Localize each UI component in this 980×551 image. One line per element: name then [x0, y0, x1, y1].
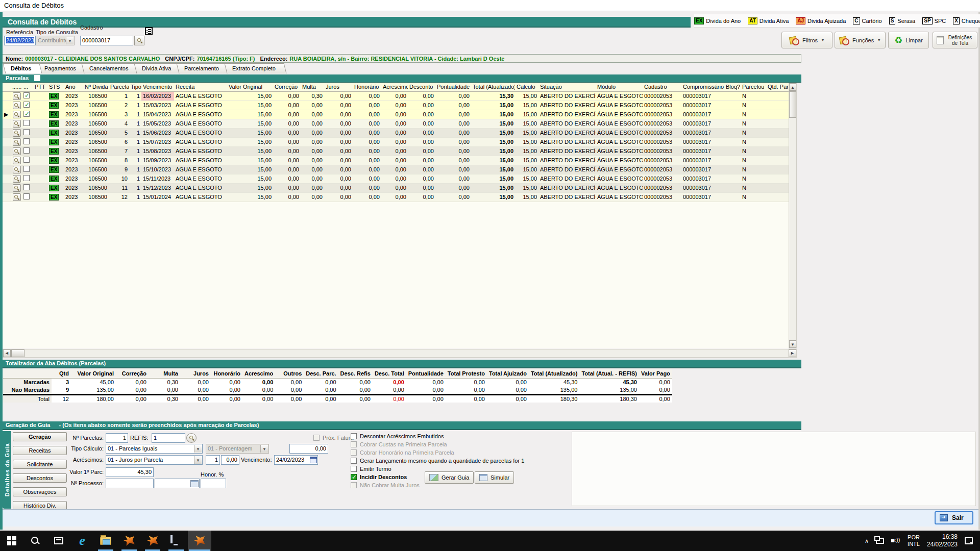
porcentagem-select[interactable]: 01 - Porcentagem ▼: [206, 444, 269, 454]
grid-column-header[interactable]: STS: [47, 83, 64, 91]
vscroll-thumb[interactable]: [789, 91, 796, 118]
grid-column-header[interactable]: Honorário: [353, 83, 381, 91]
acrescimos-select[interactable]: 01 - Juros por Parcela ▼: [106, 455, 203, 465]
grid-horizontal-scrollbar[interactable]: ◄ ►: [3, 349, 797, 358]
row-detail-cell[interactable]: [11, 119, 22, 128]
table-row[interactable]: EX202310650012115/01/2024AGUA E ESGOTO15…: [3, 192, 789, 202]
table-row[interactable]: EX20231065006115/07/2023AGUA E ESGOTO15,…: [3, 137, 789, 146]
tipo-consulta-select[interactable]: Contribuinte ▼: [36, 36, 75, 45]
cadastro-search-button[interactable]: [134, 36, 144, 45]
calculator-icon[interactable]: [190, 480, 199, 487]
row-detail-button[interactable]: [13, 138, 21, 146]
row-detail-button[interactable]: [13, 147, 21, 155]
tab-débitos[interactable]: Débitos: [3, 63, 42, 73]
row-detail-cell[interactable]: [11, 91, 22, 101]
row-detail-cell[interactable]: [11, 101, 22, 110]
row-select-checkbox[interactable]: [23, 102, 30, 108]
row-select-checkbox[interactable]: [23, 111, 30, 117]
grid-column-header[interactable]: Receita: [174, 83, 227, 91]
grid-column-header[interactable]: Valor Original: [227, 83, 273, 91]
table-row[interactable]: EX20231065004115/05/2023AGUA E ESGOTO15,…: [3, 119, 789, 128]
sidebar-item-receitas[interactable]: Receitas: [13, 446, 67, 455]
table-row[interactable]: EX20231065002115/03/2023AGUA E ESGOTO15,…: [3, 101, 789, 110]
taskbar-button-computer[interactable]: [164, 531, 188, 551]
hscroll-thumb[interactable]: [11, 349, 24, 357]
taskbar-button-search[interactable]: [23, 531, 47, 551]
sair-button[interactable]: Sair: [935, 511, 973, 524]
row-select-cell[interactable]: [22, 183, 33, 192]
sidebar-item-descontos[interactable]: Descontos: [13, 473, 67, 483]
grid-column-header[interactable]: Acrescimo: [381, 83, 408, 91]
checkbox[interactable]: [351, 441, 357, 447]
grid-column-header[interactable]: Calculo: [515, 83, 538, 91]
clock[interactable]: 16:38 24/02/2023: [927, 533, 958, 548]
row-select-cell[interactable]: [22, 137, 33, 146]
row-select-checkbox[interactable]: [23, 193, 30, 199]
row-detail-button[interactable]: [13, 102, 21, 109]
row-detail-button[interactable]: [13, 166, 21, 173]
speaker-icon[interactable]: )): [891, 537, 900, 544]
table-row[interactable]: ▶EX20231065003115/04/2023AGUA E ESGOTO15…: [3, 110, 789, 119]
row-detail-cell[interactable]: [11, 156, 22, 165]
tab-divida-ativa[interactable]: Divida Ativa: [134, 63, 182, 73]
row-detail-button[interactable]: [13, 175, 21, 183]
row-select-checkbox[interactable]: [23, 166, 30, 172]
calendar-icon[interactable]: [310, 457, 317, 463]
row-detail-button[interactable]: [13, 184, 21, 192]
taskbar-button-app-orange-active[interactable]: [188, 531, 211, 551]
option-checkbox-row[interactable]: Gerar Lançamento mesmo quando a quantida…: [351, 457, 524, 464]
limpar-button[interactable]: ♻ Limpar: [888, 32, 929, 48]
row-select-cell[interactable]: [22, 128, 33, 137]
row-detail-cell[interactable]: [11, 146, 22, 156]
taskbar-button-file-explorer[interactable]: [94, 531, 117, 551]
row-detail-cell[interactable]: [11, 192, 22, 202]
option-checkbox-row[interactable]: Cobrar Honorário na Primeira Parcela: [351, 449, 454, 456]
refis-input[interactable]: 1: [152, 433, 185, 443]
vencimento-input[interactable]: 24/02/2023: [274, 455, 318, 465]
tray-chevron-up-icon[interactable]: ∧: [865, 538, 869, 544]
row-detail-button[interactable]: [13, 157, 21, 164]
parcelas-select-all-checkbox[interactable]: [34, 75, 40, 81]
table-row[interactable]: EX20231065007115/08/2023AGUA E ESGOTO15,…: [3, 146, 789, 156]
referencia-input[interactable]: 24/02/2023: [4, 36, 36, 45]
acrescimos-n-input[interactable]: 1: [206, 455, 220, 465]
language-indicator[interactable]: POR INTL: [908, 534, 920, 547]
option-checkbox-row[interactable]: Não Cobrar Multa Juros: [351, 482, 420, 489]
checkbox[interactable]: [351, 474, 357, 480]
taskbar-button-app-orange[interactable]: [117, 531, 141, 551]
notification-center-icon[interactable]: [965, 537, 973, 544]
list-menu-icon[interactable]: [145, 27, 153, 35]
grid-column-header[interactable]: Correção: [273, 83, 301, 91]
row-select-cell[interactable]: [22, 146, 33, 156]
grid-column-header[interactable]: Multa: [301, 83, 324, 91]
table-row[interactable]: EX20231065005115/06/2023AGUA E ESGOTO15,…: [3, 128, 789, 137]
grid-column-header[interactable]: Juros: [324, 83, 353, 91]
grid-column-header[interactable]: Bloq?: [724, 83, 741, 91]
row-select-checkbox[interactable]: [23, 175, 30, 181]
grid-vertical-scrollbar[interactable]: ▲ ▼: [789, 83, 797, 348]
taskbar-button-start[interactable]: [0, 531, 23, 551]
checkbox[interactable]: [351, 466, 357, 472]
prox-fatura-checkbox-row[interactable]: Próx. Fatura: [313, 434, 354, 441]
row-detail-button[interactable]: [13, 193, 21, 201]
grid-column-header[interactable]: Módulo: [596, 83, 643, 91]
row-detail-cell[interactable]: [11, 137, 22, 146]
tab-detalhes-da-guia[interactable]: Detalhes da Guia: [3, 431, 11, 509]
tab-cancelamentos[interactable]: Cancelamentos: [82, 63, 139, 73]
taskbar-button-app-orange[interactable]: [141, 531, 164, 551]
refis-search-button[interactable]: [186, 433, 197, 443]
row-select-cell[interactable]: [22, 156, 33, 165]
row-select-checkbox[interactable]: [23, 92, 30, 98]
simular-button[interactable]: Simular: [475, 471, 514, 484]
valor-primeira-parcela-input[interactable]: 45,30: [106, 467, 154, 477]
porcentagem-value-input[interactable]: 0,00: [289, 444, 328, 454]
checkbox[interactable]: [351, 449, 357, 456]
tipo-calculo-select[interactable]: 01 - Parcelas Iguais ▼: [106, 444, 203, 454]
checkbox[interactable]: [351, 433, 357, 439]
grid-column-header[interactable]: Situação: [538, 83, 596, 91]
grid-column-header[interactable]: ......: [11, 83, 22, 91]
row-detail-cell[interactable]: [11, 183, 22, 192]
grid-column-header[interactable]: Ano: [64, 83, 83, 91]
funcoes-button[interactable]: Funções▼: [835, 32, 886, 48]
grid-column-header[interactable]: Tipo: [129, 83, 141, 91]
